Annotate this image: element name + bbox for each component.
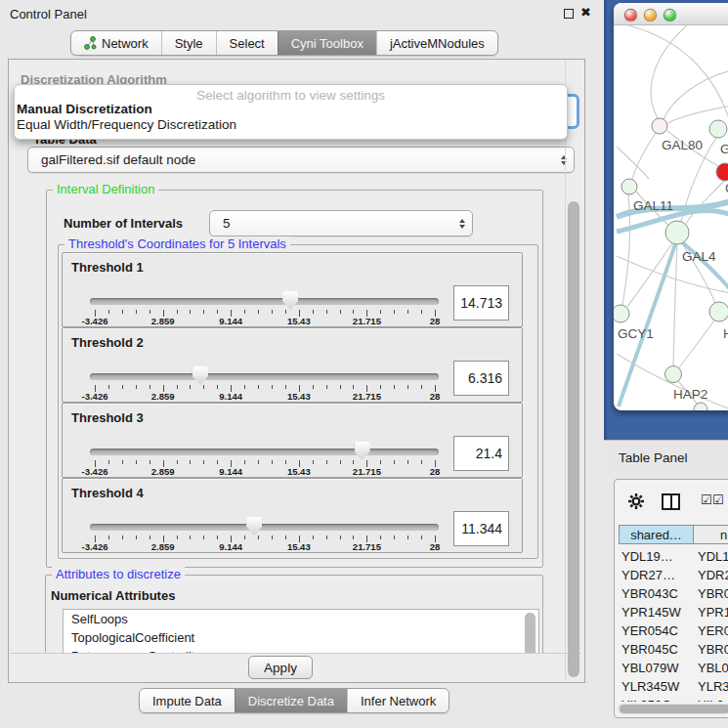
cell-name[interactable]: YBL0 <box>694 661 728 675</box>
table-row[interactable]: YBL079WYBL0 <box>619 659 728 677</box>
attributes-group-label: Attributes to discretize <box>52 567 185 581</box>
cell-name[interactable]: YDR2 <box>694 568 728 582</box>
slider-thumb[interactable] <box>193 366 208 385</box>
close-light[interactable] <box>624 9 637 21</box>
tab-style[interactable]: Style <box>161 31 216 55</box>
tab-select[interactable]: Select <box>216 31 278 55</box>
cell-name[interactable]: YBR0 <box>694 642 728 657</box>
column-header-shared-name[interactable]: shared… <box>619 525 694 544</box>
table-data-combobox[interactable]: galFiltered.sif default node <box>27 147 575 173</box>
network-node-gcy1[interactable] <box>614 305 629 322</box>
slider-tick <box>313 460 314 464</box>
slider-track[interactable] <box>90 449 439 455</box>
slider-tick <box>177 310 178 314</box>
tab-infer-network[interactable]: Infer Network <box>347 689 449 712</box>
attribute-item-topologicalcoefficient[interactable]: TopologicalCoefficient <box>64 628 538 647</box>
minimize-light[interactable] <box>644 9 657 21</box>
cell-shared-name[interactable]: YPR145W <box>619 605 694 620</box>
cell-shared-name[interactable]: YLR345W <box>619 679 694 694</box>
table-row[interactable]: YIL052CYIL0 <box>619 696 728 702</box>
cell-shared-name[interactable]: YBR045C <box>619 642 694 657</box>
control-panel-title: Control Panel <box>10 7 87 21</box>
tab-network[interactable]: Network <box>71 31 161 55</box>
cell-name[interactable]: YBR0 <box>694 586 728 601</box>
slider-thumb[interactable] <box>355 442 370 460</box>
algorithm-option-manual-discretization[interactable]: Manual Discretization <box>17 102 152 116</box>
slider-tick-label: 9.144 <box>219 466 242 477</box>
number-of-intervals-combobox[interactable]: 5 <box>209 210 473 236</box>
attribute-item-selfloops[interactable]: SelfLoops <box>64 610 538 628</box>
network-node-label: GAL11 <box>633 198 673 213</box>
threshold-value-field[interactable]: 11.344 <box>453 511 509 546</box>
cell-shared-name[interactable]: YDL19… <box>619 549 694 564</box>
threshold-label: Threshold 1 <box>71 260 144 275</box>
threshold-value-field[interactable]: 6.316 <box>453 361 509 396</box>
table-row[interactable]: YDR27…YDR2 <box>619 566 728 584</box>
cell-shared-name[interactable]: YIL052C <box>619 698 694 702</box>
network-node-label: H <box>723 326 728 341</box>
cell-shared-name[interactable]: YDR27… <box>619 568 694 582</box>
slider-tick <box>136 385 137 389</box>
algorithm-option-equal-width-frequency-discretization[interactable]: Equal Width/Frequency Discretization <box>17 117 236 132</box>
list-scrollbar[interactable] <box>525 613 535 654</box>
network-view-titlebar[interactable] <box>614 3 728 25</box>
network-node-gal4[interactable] <box>665 221 689 244</box>
slider-tick <box>150 310 150 314</box>
table-row[interactable]: YBR045CYBR0 <box>619 640 728 659</box>
table-row[interactable]: YDL19…YDL1 <box>619 547 728 566</box>
network-node[interactable] <box>621 179 637 194</box>
checkbox-icon[interactable]: ☑ <box>712 492 724 507</box>
table-row[interactable]: YLR345WYLR3 <box>619 677 728 696</box>
slider-tick <box>380 460 381 464</box>
split-columns-icon[interactable] <box>662 493 680 510</box>
network-node[interactable] <box>709 120 727 138</box>
network-canvas[interactable]: GAL80GGAL11CGAL4GCY1HHAP2 <box>614 25 728 410</box>
tab-discretize-data[interactable]: Discretize Data <box>235 689 347 712</box>
tab-impute-data[interactable]: Impute Data <box>140 689 235 712</box>
threshold-value-field[interactable]: 21.4 <box>453 436 509 471</box>
slider-track[interactable] <box>90 373 439 380</box>
slider-tick <box>217 535 218 539</box>
cell-shared-name[interactable]: YBR043C <box>619 586 694 601</box>
horizontal-scrollbar[interactable] <box>620 705 728 713</box>
algorithm-dropdown-popup: Select algorithm to view settings Manual… <box>14 84 568 140</box>
cell-shared-name[interactable]: YER054C <box>619 623 694 638</box>
slider-thumb[interactable] <box>246 517 262 535</box>
algorithm-dropdown-hint: Select algorithm to view settings <box>15 88 567 103</box>
float-window-icon[interactable] <box>564 9 574 19</box>
apply-button[interactable]: Apply <box>248 656 313 679</box>
numerical-attributes-label: Numerical Attributes <box>51 588 175 603</box>
tab-cyni-toolbox[interactable]: Cyni Toolbox <box>278 31 376 55</box>
network-node-hap2[interactable] <box>665 366 682 383</box>
table-row[interactable]: YBR043CYBR0 <box>619 584 728 603</box>
column-header-name[interactable]: n <box>693 525 728 544</box>
slider-tick <box>407 385 408 389</box>
node-table[interactable]: YDL19…YDL1YDR27…YDR2YBR043CYBR0YPR145WYP… <box>619 547 728 702</box>
cell-name[interactable]: YLR3 <box>694 679 728 694</box>
vertical-scrollbar[interactable] <box>568 201 579 677</box>
slider-tick <box>203 460 204 464</box>
slider-tick <box>190 385 191 389</box>
table-row[interactable]: YER054CYER0 <box>619 621 728 640</box>
network-node[interactable] <box>694 403 707 410</box>
slider-thumb[interactable] <box>282 291 298 310</box>
network-node-gal80[interactable] <box>652 118 667 134</box>
checkbox-icon[interactable]: ☑ <box>701 492 712 507</box>
slider-tick <box>108 310 109 314</box>
threshold-value-field[interactable]: 14.713 <box>453 285 509 321</box>
slider-track[interactable] <box>90 298 439 305</box>
table-row[interactable]: YPR145WYPR1 <box>619 603 728 621</box>
slider-tick <box>244 310 245 314</box>
cell-name[interactable]: YPR1 <box>694 605 728 620</box>
cell-name[interactable]: YIL0 <box>694 698 724 702</box>
network-node-h[interactable] <box>709 302 728 321</box>
tab-jactivemnodules[interactable]: jActiveMNodules <box>376 31 497 55</box>
cell-shared-name[interactable]: YBL079W <box>619 661 694 675</box>
cell-name[interactable]: YER0 <box>694 623 728 638</box>
settings-gear-icon[interactable] <box>627 492 645 510</box>
cell-name[interactable]: YDL1 <box>694 549 728 564</box>
slider-track[interactable] <box>90 524 439 531</box>
close-icon[interactable]: ✖ <box>580 5 591 20</box>
numerical-attributes-list[interactable]: SelfLoopsTopologicalCoefficientBetweenne… <box>63 609 539 654</box>
zoom-light[interactable] <box>664 9 676 21</box>
